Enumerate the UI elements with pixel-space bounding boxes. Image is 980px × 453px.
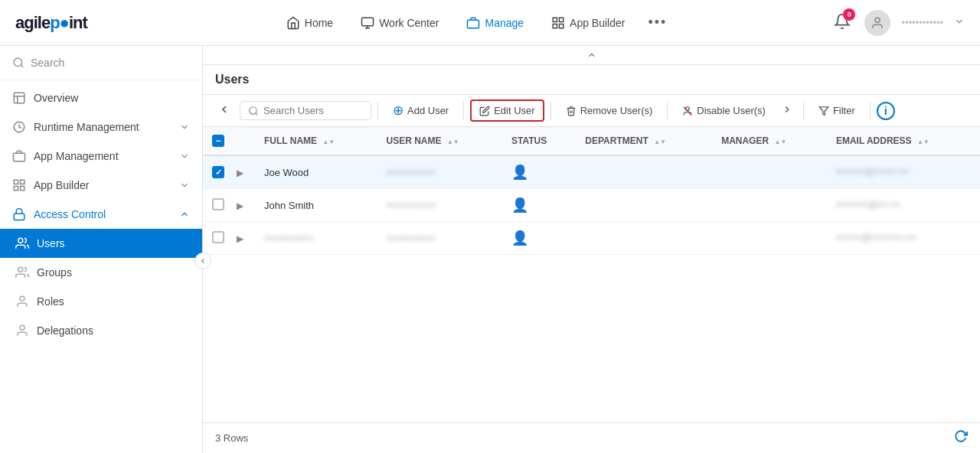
row3-fullname: •••••••••••••• xyxy=(255,222,377,255)
disable-user-button[interactable]: Disable User(s) xyxy=(674,100,774,121)
col-status[interactable]: STATUS xyxy=(502,127,576,155)
sidebar-item-users[interactable]: Users xyxy=(0,229,202,258)
col-department[interactable]: DEPARTMENT ▲▼ xyxy=(576,127,712,155)
chevron-down-icon xyxy=(954,16,965,27)
notification-button[interactable]: 0 xyxy=(831,10,854,35)
row3-status: 👤 xyxy=(502,222,576,255)
row3-department xyxy=(576,222,712,255)
svg-rect-13 xyxy=(14,153,25,161)
select-all-checkbox[interactable]: − xyxy=(212,135,224,147)
sidebar-item-groups[interactable]: Groups xyxy=(0,258,202,287)
row3-checkbox[interactable] xyxy=(212,231,224,243)
nav-more[interactable]: ••• xyxy=(640,8,675,37)
status-active-icon-3: 👤 xyxy=(511,230,528,246)
info-button[interactable]: i xyxy=(877,102,895,120)
filter-label: Filter xyxy=(833,105,855,116)
add-user-button[interactable]: ⊕ Add User xyxy=(384,99,457,122)
row3-expand-btn[interactable]: ▶ xyxy=(237,233,243,244)
row2-department xyxy=(576,189,712,222)
svg-rect-7 xyxy=(553,24,557,28)
row2-checkbox-cell[interactable] xyxy=(203,189,234,222)
nav-home-label: Home xyxy=(305,17,333,29)
row2-username: •••••••••••••• xyxy=(377,189,503,222)
svg-point-22 xyxy=(20,325,24,330)
sidebar-section-accesscontrol[interactable]: Access Control xyxy=(0,200,202,229)
row2-expand-btn[interactable]: ▶ xyxy=(237,200,243,211)
sidebar-item-appmanagement[interactable]: App Management xyxy=(0,142,202,171)
user-menu-chevron[interactable] xyxy=(954,16,965,29)
col-fullname[interactable]: FULL NAME ▲▼ xyxy=(255,127,377,155)
content-header: Users xyxy=(203,65,980,95)
table-container: − FULL NAME ▲▼ USER NAME ▲▼ xyxy=(203,127,980,422)
home-icon xyxy=(286,16,300,30)
row1-expand-btn[interactable]: ▶ xyxy=(237,168,243,178)
search-box[interactable] xyxy=(240,101,371,120)
sidebar-collapse-toggle[interactable] xyxy=(194,253,211,269)
row3-expand-cell[interactable]: ▶ xyxy=(234,222,255,255)
row2-email: ••••••••••@•••.••• xyxy=(827,189,980,222)
nav-appbuilder[interactable]: App Builder xyxy=(539,10,637,36)
svg-point-9 xyxy=(14,58,22,67)
edit-user-button[interactable]: Edit User xyxy=(470,99,544,122)
logo[interactable]: agilep●int xyxy=(15,13,87,33)
sidebar-item-delegations[interactable]: Delegations xyxy=(0,316,202,345)
sidebar-item-overview[interactable]: Overview xyxy=(0,83,202,112)
search-users-input[interactable] xyxy=(263,105,363,116)
nav-manage-label: Manage xyxy=(485,17,524,29)
svg-rect-5 xyxy=(560,18,564,21)
sidebar-search[interactable]: Search xyxy=(0,46,202,80)
svg-rect-4 xyxy=(553,18,557,21)
col-manager[interactable]: MANAGER ▲▼ xyxy=(712,127,827,155)
row3-email: ••••••••@••••••••••.••• xyxy=(827,222,980,255)
sidebar-item-users-label: Users xyxy=(37,237,65,249)
svg-point-20 xyxy=(18,267,23,272)
row3-manager xyxy=(712,222,827,255)
nav-workcenter[interactable]: Work Center xyxy=(348,10,451,36)
filter-button[interactable]: Filter xyxy=(810,100,864,121)
collapse-up-bar[interactable] xyxy=(203,46,980,65)
filter-icon xyxy=(818,106,829,116)
toolbar-separator-5 xyxy=(803,102,804,120)
sidebar-item-appbuilder[interactable]: App Builder xyxy=(0,171,202,200)
row2-expand-cell[interactable]: ▶ xyxy=(234,189,255,222)
svg-line-26 xyxy=(684,106,692,115)
lock-icon xyxy=(12,207,26,221)
sidebar-item-runtime-label: Runtime Management xyxy=(34,121,172,133)
row1-expand-cell[interactable]: ▶ xyxy=(234,155,255,189)
user-avatar[interactable] xyxy=(864,10,890,36)
back-button[interactable] xyxy=(212,100,237,122)
main-body: Search Overview Runtime Management App M… xyxy=(0,46,980,453)
toolbar-more-button[interactable] xyxy=(777,101,797,121)
grid-icon xyxy=(551,16,565,30)
svg-point-23 xyxy=(250,106,256,113)
chevron-down-icon-2 xyxy=(179,151,190,161)
status-active-icon-2: 👤 xyxy=(511,197,528,213)
remove-user-button[interactable]: Remove User(s) xyxy=(557,100,662,121)
row1-username: •••••••••••••• xyxy=(377,155,503,189)
sidebar-item-runtime[interactable]: Runtime Management xyxy=(0,112,202,142)
sidebar-item-roles-label: Roles xyxy=(37,295,64,308)
col-email[interactable]: EMAIL ADDRESS ▲▼ xyxy=(827,127,980,155)
table-footer: 3 Rows xyxy=(203,422,980,453)
sort-icons-mgr: ▲▼ xyxy=(774,139,786,145)
toolbar-separator-4 xyxy=(667,102,668,120)
nav-manage[interactable]: Manage xyxy=(454,10,536,36)
disable-icon xyxy=(682,106,693,116)
svg-point-21 xyxy=(20,296,24,301)
row2-checkbox[interactable] xyxy=(212,198,224,210)
row1-checkbox[interactable]: ✓ xyxy=(212,166,224,178)
toolbar: ⊕ Add User Edit User Remove User(s) Disa… xyxy=(203,95,980,127)
remove-user-label: Remove User(s) xyxy=(580,105,653,116)
row1-checkbox-cell[interactable]: ✓ xyxy=(203,155,234,189)
col-username[interactable]: USER NAME ▲▼ xyxy=(377,127,503,155)
chevron-up-icon xyxy=(179,209,190,220)
refresh-button[interactable] xyxy=(954,429,968,447)
svg-rect-0 xyxy=(362,18,374,26)
chevron-left-icon xyxy=(199,257,207,265)
sidebar-item-roles[interactable]: Roles xyxy=(0,287,202,316)
nav-home[interactable]: Home xyxy=(274,10,345,36)
refresh-icon xyxy=(954,429,968,443)
svg-line-24 xyxy=(256,112,258,115)
row3-checkbox-cell[interactable] xyxy=(203,222,234,255)
disable-user-label: Disable User(s) xyxy=(697,105,766,116)
